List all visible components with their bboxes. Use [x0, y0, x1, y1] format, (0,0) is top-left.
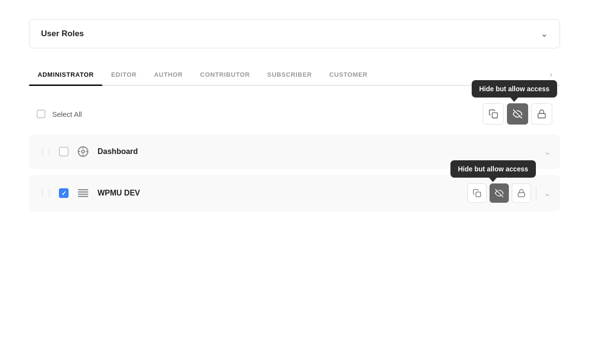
lock-icon [537, 109, 547, 119]
tab-subscriber[interactable]: SUBSCRIBER [259, 64, 321, 85]
select-all-checkbox[interactable] [37, 110, 45, 118]
svg-rect-9 [476, 192, 481, 197]
tab-administrator[interactable]: ADMINISTRATOR [29, 64, 102, 85]
dashboard-icon [75, 144, 91, 159]
select-all-lock-button[interactable] [531, 103, 552, 125]
dashboard-checkbox[interactable] [59, 147, 69, 156]
wpmu-lock-button[interactable] [512, 183, 531, 203]
wpmu-dev-label: WPMU DEV [98, 189, 467, 197]
select-all-copy-button[interactable] [483, 103, 504, 125]
svg-rect-0 [492, 113, 498, 118]
wpmu-hide-button[interactable] [490, 183, 509, 203]
drag-handle-wpmu[interactable]: ⋮⋮ [39, 189, 52, 198]
svg-rect-2 [538, 113, 546, 118]
list-item-wpmu-dev: ⋮⋮ WPMU DEV Hide but allow access ⌄ [29, 175, 560, 211]
copy-icon [489, 109, 498, 119]
user-roles-dropdown[interactable]: User Roles ⌄ [29, 19, 560, 48]
tab-author[interactable]: AUTHOR [145, 64, 192, 85]
copy-icon [473, 189, 481, 197]
list-item-dashboard: ⋮⋮ Dashboard ⌄ [29, 134, 560, 169]
user-roles-label: User Roles [41, 29, 84, 39]
chevron-down-icon: ⌄ [541, 28, 548, 39]
tab-contributor[interactable]: CONTRIBUTOR [192, 64, 259, 85]
wpmu-icon [76, 186, 90, 200]
dashboard-expand-icon[interactable]: ⌄ [544, 147, 550, 156]
tabs-bar: ADMINISTRATOR EDITOR AUTHOR CONTRIBUTOR … [29, 64, 560, 86]
wpmu-copy-button[interactable] [467, 183, 487, 203]
palette-icon [77, 146, 89, 157]
wpmu-expand-icon[interactable]: ⌄ [544, 189, 550, 198]
select-all-hide-button[interactable] [507, 103, 528, 125]
svg-rect-11 [518, 193, 525, 196]
eye-off-icon [513, 109, 522, 119]
select-all-action-buttons: Hide but allow access [483, 103, 552, 125]
dashboard-label: Dashboard [98, 147, 541, 156]
eye-off-icon [495, 189, 504, 197]
drag-handle-dashboard[interactable]: ⋮⋮ [39, 147, 52, 156]
svg-point-4 [82, 150, 84, 153]
wpmu-dev-actions: Hide but allow access ⌄ [467, 183, 550, 203]
tab-customer[interactable]: CUSTOMER [321, 64, 376, 85]
lock-icon [517, 189, 526, 197]
item-divider [536, 186, 536, 200]
tab-editor[interactable]: EDITOR [102, 64, 145, 85]
wpmu-dev-icon [75, 185, 91, 201]
select-all-label: Select All [52, 110, 82, 118]
select-all-row: Select All Hide but allow access [29, 98, 560, 130]
wpmu-dev-checkbox[interactable] [59, 188, 69, 198]
tabs-scroll-right[interactable]: › [542, 64, 560, 85]
